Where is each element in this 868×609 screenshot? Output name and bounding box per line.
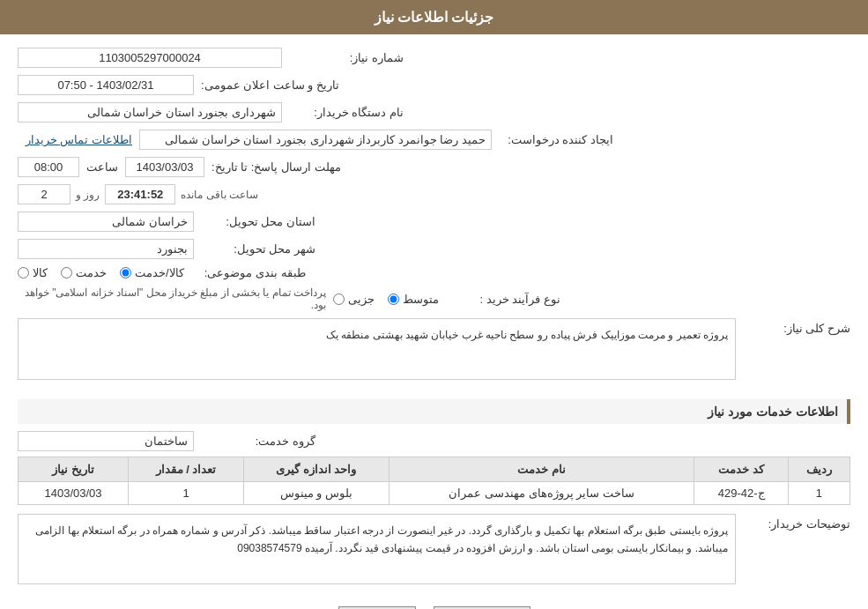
tabaqe-kala-khadamat[interactable]: کالا/خدمت	[120, 266, 184, 279]
rooz-value: 2	[18, 184, 70, 204]
tosiyat-value: پروژه بایستی طبق برگه استعلام بها تکمیل …	[18, 514, 736, 584]
tabaqe-kala-khadamat-label: کالا/خدمت	[135, 266, 184, 279]
tabaqe-khadamat[interactable]: خدمت	[61, 266, 107, 279]
nou-farayand-row: نوع فرآیند خرید : متوسط جزیی پرداخت تمام…	[18, 286, 850, 311]
col-kod: کد خدمت	[694, 457, 788, 482]
tabaqe-kala[interactable]: کالا	[18, 266, 48, 279]
cell-count: 1	[129, 482, 244, 505]
shahr-value: بجنورد	[18, 239, 194, 259]
cell-unit: بلوس و مینوس	[243, 482, 389, 505]
tabaqe-label: طبقه بندی موضوعی:	[191, 266, 306, 279]
nou-description: پرداخت تمام یا بخشی از مبلغ خریداز محل "…	[18, 286, 326, 311]
col-name: نام خدمت	[389, 457, 694, 482]
mohlat-label: مهلت ارسال پاسخ: تا تاریخ:	[211, 160, 341, 174]
ijad-value: حمید رضا جوانمرد کاربرداز شهرداری بجنورد…	[139, 130, 492, 150]
col-radif: ردیف	[788, 457, 849, 482]
tabaqe-row: طبقه بندی موضوعی: کالا/خدمت خدمت کالا	[18, 266, 850, 279]
announce-value: 1403/02/31 - 07:50	[18, 75, 194, 95]
nou-jozii[interactable]: جزیی	[333, 293, 375, 306]
ijad-row: ایجاد کننده درخواست: حمید رضا جوانمرد کا…	[18, 130, 850, 150]
nou-radio-group: متوسط جزیی	[333, 293, 439, 306]
announce-label: تاریخ و ساعت اعلان عمومی:	[201, 78, 339, 92]
tabaqe-khadamat-label: خدمت	[76, 266, 107, 279]
rooz-and-label: روز و	[76, 189, 100, 201]
goroh-label: گروه خدمت:	[201, 434, 315, 448]
mohlat-row: مهلت ارسال پاسخ: تا تاریخ: 1403/03/03 سا…	[18, 157, 850, 177]
tabaqe-khadamat-radio[interactable]	[61, 267, 72, 279]
col-unit: واحد اندازه گیری	[243, 457, 389, 482]
table-row: 1 ج-42-429 ساخت سایر پروژه‌های مهندسی عم…	[19, 482, 850, 505]
sharh-row: شرح کلی نیاز: پروژه تعمیر و مرمت موزاییک…	[18, 318, 850, 389]
shomara-label: شماره نیاز:	[289, 51, 404, 64]
ostan-row: استان محل تحویل: خراسان شمالی	[18, 212, 850, 232]
shomara-value: 1103005297000024	[18, 48, 282, 68]
page-title: جزئیات اطلاعات نیاز	[375, 10, 494, 25]
page-header: جزئیات اطلاعات نیاز	[0, 0, 868, 34]
nou-motevaset[interactable]: متوسط	[388, 293, 439, 306]
goroh-row: گروه خدمت: ساختمان	[18, 431, 850, 451]
service-table: ردیف کد خدمت نام خدمت واحد اندازه گیری ت…	[18, 457, 850, 505]
cell-kod: ج-42-429	[694, 482, 788, 505]
shomara-row: شماره نیاز: 1103005297000024	[18, 48, 850, 68]
dastgah-value: شهرداری بجنورد استان خراسان شمالی	[18, 102, 282, 123]
tabaqe-kala-khadamat-radio[interactable]	[120, 267, 131, 279]
tabaqe-kala-label: کالا	[33, 266, 48, 279]
nou-jozii-label: جزیی	[348, 293, 375, 306]
col-date: تاریخ نیاز	[19, 457, 129, 482]
nou-farayand-label: نوع فرآیند خرید :	[446, 293, 560, 306]
cell-name: ساخت سایر پروژه‌های مهندسی عمران	[389, 482, 694, 505]
mohlat-saat: 08:00	[18, 157, 79, 177]
sharh-value: پروژه تعمیر و مرمت موزاییک فرش پیاده رو …	[18, 318, 736, 380]
shahr-label: شهر محل تحویل:	[201, 242, 315, 256]
tosiyat-row: توضیحات خریدار: پروژه بایستی طبق برگه اس…	[18, 514, 850, 593]
cell-date: 1403/03/03	[19, 482, 129, 505]
dastgah-label: نام دستگاه خریدار:	[289, 106, 404, 119]
tabaqe-kala-radio[interactable]	[18, 267, 29, 279]
nou-motevaset-label: متوسط	[403, 293, 439, 306]
ostan-value: خراسان شمالی	[18, 212, 194, 232]
shahr-row: شهر محل تحویل: بجنورد	[18, 239, 850, 259]
nou-jozii-radio[interactable]	[333, 293, 345, 305]
sharh-label: شرح کلی نیاز:	[745, 318, 850, 335]
mohlat-baqi-label: ساعت باقی مانده	[181, 189, 258, 201]
dastgah-row: نام دستگاه خریدار: شهرداری بجنورد استان …	[18, 102, 850, 123]
countdown-value: 23:41:52	[105, 184, 175, 204]
mohlat-saat-label: ساعت	[86, 160, 118, 174]
ettelaat-tamas-link[interactable]: اطلاعات تماس خریدار	[18, 133, 132, 146]
tosiyat-label: توضیحات خریدار:	[745, 514, 850, 531]
nou-motevaset-radio[interactable]	[388, 293, 399, 305]
col-count: تعداد / مقدار	[129, 457, 244, 482]
countdown-row: ساعت باقی مانده 23:41:52 روز و 2	[18, 184, 850, 204]
service-section-title: اطلاعات خدمات مورد نیاز	[18, 399, 850, 424]
service-table-wrapper: ردیف کد خدمت نام خدمت واحد اندازه گیری ت…	[18, 457, 850, 505]
tabaqe-radio-group: کالا/خدمت خدمت کالا	[18, 266, 184, 279]
ijad-label: ایجاد کننده درخواست:	[499, 133, 613, 146]
cell-radif: 1	[788, 482, 849, 505]
ostan-label: استان محل تحویل:	[201, 215, 315, 228]
mohlat-date: 1403/03/03	[125, 157, 204, 177]
goroh-value: ساختمان	[18, 431, 194, 451]
announce-row: تاریخ و ساعت اعلان عمومی: 1403/02/31 - 0…	[18, 75, 850, 95]
